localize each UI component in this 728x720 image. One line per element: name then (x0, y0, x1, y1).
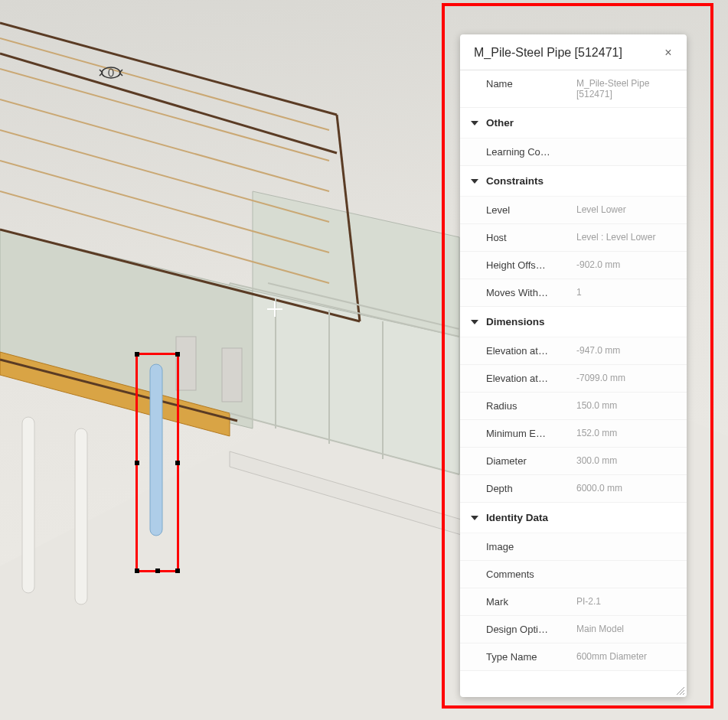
panel-header: M_Pile-Steel Pipe [512471] × (460, 34, 687, 70)
property-row[interactable]: Height Offs… -902.0 mm (460, 252, 687, 279)
property-row[interactable]: Elevation at… -7099.0 mm (460, 365, 687, 393)
chevron-down-icon (471, 516, 478, 520)
property-label: Design Opti… (486, 624, 570, 635)
property-value: 300.0 mm (570, 455, 676, 466)
property-value: Main Model (570, 624, 676, 634)
property-label: Radius (486, 400, 570, 412)
group-title: Constraints (486, 175, 544, 187)
property-row[interactable]: Image (460, 533, 687, 561)
property-value: 150.0 mm (570, 400, 676, 411)
property-label: Type Name (486, 651, 570, 663)
property-row[interactable]: Mark PI-2.1 (460, 588, 687, 616)
property-label: Minimum E… (486, 428, 570, 439)
property-label: Learning Co… (486, 146, 570, 158)
close-button[interactable]: × (661, 45, 676, 60)
group-body-identity-data: Image Comments Mark PI-2.1 Design Opti… … (460, 533, 687, 671)
property-label: Moves With… (486, 287, 570, 298)
property-row[interactable]: Depth 6000.0 mm (460, 475, 687, 503)
property-label: Height Offs… (486, 259, 570, 271)
property-value: -947.0 mm (570, 345, 676, 356)
chevron-down-icon (471, 121, 478, 125)
property-label: Depth (486, 483, 570, 494)
panel-resize-handle[interactable] (676, 686, 685, 696)
property-row[interactable]: Host Level : Level Lower (460, 224, 687, 252)
property-value: -7099.0 mm (570, 373, 676, 383)
property-row[interactable]: Elevation at… -947.0 mm (460, 337, 687, 365)
svg-rect-24 (22, 417, 34, 593)
property-label: Elevation at… (486, 373, 570, 384)
svg-rect-23 (222, 348, 242, 402)
property-row[interactable]: Radius 150.0 mm (460, 393, 687, 420)
property-label: Image (486, 541, 570, 552)
group-body-dimensions: Elevation at… -947.0 mm Elevation at… -7… (460, 337, 687, 503)
panel-body[interactable]: Name M_Pile-Steel Pipe [512471] Other Le… (460, 70, 687, 697)
property-value: 6000.0 mm (570, 483, 676, 494)
property-label: Level (486, 204, 570, 216)
svg-line-12 (0, 99, 329, 191)
group-header-dimensions[interactable]: Dimensions (460, 307, 687, 337)
property-row[interactable]: Diameter 300.0 mm (460, 448, 687, 475)
property-label: Host (486, 232, 570, 243)
close-icon: × (664, 47, 671, 59)
property-value: 152.0 mm (570, 428, 676, 438)
svg-rect-22 (176, 337, 196, 390)
property-row-name[interactable]: Name M_Pile-Steel Pipe [512471] (460, 70, 687, 108)
group-header-constraints[interactable]: Constraints (460, 166, 687, 197)
property-label: Mark (486, 596, 570, 608)
group-title: Dimensions (486, 316, 545, 327)
property-row[interactable]: Moves With… 1 (460, 279, 687, 307)
property-value: 1 (570, 287, 676, 298)
property-value: M_Pile-Steel Pipe [512471] (570, 78, 676, 99)
property-label: Elevation at… (486, 345, 570, 357)
property-value: 600mm Diameter (570, 651, 676, 662)
property-value: PI-2.1 (570, 596, 676, 607)
chevron-down-icon (471, 320, 478, 324)
property-row[interactable]: Comments (460, 561, 687, 588)
group-title: Other (486, 117, 514, 129)
group-body-constraints: Level Level Lower Host Level : Level Low… (460, 197, 687, 307)
property-value: -902.0 mm (570, 259, 676, 270)
svg-line-11 (0, 69, 329, 161)
panel-title: M_Pile-Steel Pipe [512471] (474, 46, 622, 60)
property-row[interactable]: Learning Co… (460, 138, 687, 166)
property-label: Diameter (486, 455, 570, 467)
property-value: Level Lower (570, 204, 676, 215)
property-value: Level : Level Lower (570, 232, 676, 243)
property-row[interactable]: Design Opti… Main Model (460, 616, 687, 643)
svg-line-10 (0, 38, 329, 130)
group-header-other[interactable]: Other (460, 108, 687, 138)
properties-panel[interactable]: M_Pile-Steel Pipe [512471] × Name M_Pile… (460, 34, 687, 697)
resize-icon (676, 686, 685, 696)
property-row[interactable]: Type Name 600mm Diameter (460, 643, 687, 671)
property-row[interactable]: Level Level Lower (460, 197, 687, 224)
selected-pile[interactable] (150, 364, 162, 536)
svg-rect-25 (75, 428, 87, 604)
property-row[interactable]: Minimum E… 152.0 mm (460, 420, 687, 448)
group-body-other: Learning Co… (460, 138, 687, 166)
property-label: Comments (486, 569, 570, 580)
property-label: Name (486, 78, 570, 90)
chevron-down-icon (471, 179, 478, 184)
svg-line-13 (0, 130, 329, 222)
group-title: Identity Data (486, 512, 548, 523)
group-header-identity-data[interactable]: Identity Data (460, 503, 687, 533)
